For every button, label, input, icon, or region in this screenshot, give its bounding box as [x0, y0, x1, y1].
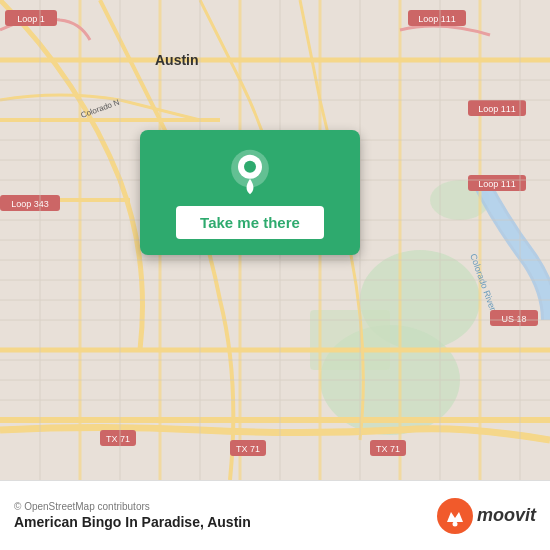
svg-text:Austin: Austin	[155, 52, 199, 68]
svg-rect-4	[310, 310, 390, 370]
moovit-text: moovit	[477, 505, 536, 526]
svg-text:Loop 111: Loop 111	[418, 14, 456, 24]
svg-point-62	[452, 521, 457, 526]
svg-point-60	[244, 161, 256, 173]
svg-point-61	[437, 498, 473, 534]
map-view: Loop 1 Loop 111 Loop 111 Loop 111 Loop 3…	[0, 0, 550, 480]
svg-text:Loop 1: Loop 1	[17, 14, 45, 24]
place-name: American Bingo In Paradise, Austin	[14, 514, 251, 530]
moovit-logo: moovit	[437, 498, 536, 534]
location-pin-icon	[226, 148, 274, 196]
bottom-bar: © OpenStreetMap contributors American Bi…	[0, 480, 550, 550]
svg-text:Loop 343: Loop 343	[11, 199, 49, 209]
svg-text:TX 71: TX 71	[236, 444, 260, 454]
svg-text:TX 71: TX 71	[106, 434, 130, 444]
take-me-there-button[interactable]: Take me there	[176, 206, 324, 239]
svg-text:TX 71: TX 71	[376, 444, 400, 454]
attribution-area: © OpenStreetMap contributors American Bi…	[14, 501, 251, 530]
moovit-icon	[437, 498, 473, 534]
location-card: Take me there	[140, 130, 360, 255]
svg-text:US 18: US 18	[501, 314, 526, 324]
svg-text:Loop 111: Loop 111	[478, 104, 516, 114]
osm-attribution: © OpenStreetMap contributors	[14, 501, 251, 512]
